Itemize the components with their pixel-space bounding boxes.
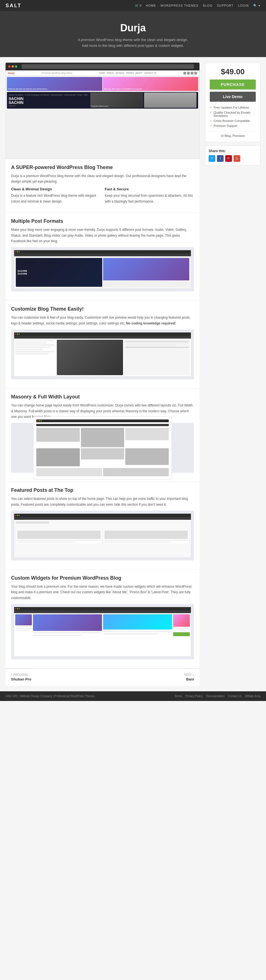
nav-blog[interactable]: BLOG — [203, 4, 212, 7]
browser-address-bar — [22, 64, 194, 69]
two-col-features: Clean & Minimal Design Durja is a featur… — [11, 187, 194, 207]
section-super-heading: A SUPER-powered WordPress Blog Theme — [11, 165, 194, 170]
nav-home[interactable]: HOME — [146, 4, 156, 7]
feature-3: Cross Browser Compatible — [210, 118, 256, 123]
prev-next-nav: « PREVIOUS Shuban Pro NEXT » Bani — [6, 668, 199, 686]
cart-icon[interactable]: 🛒 0 — [135, 4, 141, 8]
customize-preview — [11, 329, 194, 379]
preview-inner: Durja A Premium WordPress Blog Theme HOM… — [6, 71, 199, 159]
sp-dot-red — [15, 251, 16, 252]
preview-featured-row: 5 Fitness tips that can improve your per… — [7, 77, 198, 91]
section-featured: Featured Posts at The Top You can select… — [6, 482, 199, 570]
dot-yellow — [12, 65, 14, 68]
formats-img-1 — [103, 258, 190, 280]
masonry-browser-bar — [36, 420, 169, 422]
footer-left-text: GNU GPL | Website Design Company | Profe… — [6, 695, 95, 698]
nav-login[interactable]: LOGIN — [238, 4, 249, 7]
formats-preview-inner: SACHINSACHIN — [14, 250, 191, 289]
widgets-topbar — [14, 607, 191, 610]
sidebar: $49.00 Purchase Live Demo Free Updates F… — [205, 63, 260, 169]
feature-4: Premium Support — [210, 123, 256, 128]
top-navigation: SALT 🛒 0 HOME WORDPRESS THEMES BLOG SUPP… — [0, 0, 266, 11]
prev-post-link[interactable]: « PREVIOUS Shuban Pro — [11, 673, 31, 681]
widgets-body: Your blog should look a premium one. For… — [11, 584, 194, 601]
nav-wordpress-themes[interactable]: WORDPRESS THEMES — [161, 4, 198, 7]
formats-topbar — [14, 250, 191, 253]
customize-main-preview — [56, 339, 191, 376]
widget-img-a — [33, 614, 102, 631]
footer-terms[interactable]: Terms — [175, 695, 182, 698]
preview-img-2: New Year, New Ideas to accomplish your d… — [103, 77, 198, 91]
widgets-content — [14, 613, 191, 656]
sp-dot-yellow — [17, 251, 18, 252]
customize-heading: Customize Blog Theme Easily! — [11, 306, 194, 312]
google-share-button[interactable]: G — [234, 155, 240, 162]
prev-label: « PREVIOUS — [11, 673, 31, 676]
featured-body: You can select featured posts to show on… — [11, 496, 194, 508]
nav-search[interactable]: 🔍 ▾ — [253, 4, 260, 8]
masonry-layout-preview — [11, 423, 194, 473]
formats-text-1 — [103, 281, 190, 287]
site-footer: GNU GPL | Website Design Company | Profe… — [0, 691, 266, 701]
featured-preview-inner — [14, 514, 191, 558]
customize-body-1: You can customize look & feel of your bl… — [11, 315, 194, 326]
featured-content — [14, 520, 191, 557]
multiple-formats-heading: Multiple Post Formats — [11, 218, 194, 224]
customize-img-preview — [57, 340, 123, 375]
nav-support[interactable]: SUPPORT — [217, 4, 234, 7]
masonry-heading: Masonry & Full Width Layout — [11, 394, 194, 400]
browser-dots — [8, 65, 17, 68]
sp-dot-green — [19, 251, 20, 252]
feature-1: Free Updates For Lifetime — [210, 105, 256, 110]
site-logo: SALT — [6, 3, 22, 9]
next-post-link[interactable]: NEXT » Bani — [184, 673, 194, 681]
main-content: Durja A Premium WordPress Blog Theme HOM… — [0, 57, 266, 692]
preview-social-pinterest — [191, 72, 193, 75]
price-display: $49.00 — [210, 67, 256, 76]
preview-social-rss — [194, 72, 197, 75]
preview-social-facebook — [187, 72, 190, 75]
preview-img-3: 5 questions vitamine glosse.. — [90, 92, 143, 108]
customize-sidebar — [14, 339, 56, 376]
hero-section: Durja A premium WordPress blog theme wit… — [0, 11, 266, 57]
footer-privacy[interactable]: Privacy Policy — [185, 695, 202, 698]
widgets-heading: Custom Widgets for Premium WordPress Blo… — [11, 575, 194, 581]
footer-affiliate[interactable]: Affiliate Area — [245, 695, 260, 698]
share-title: Share this: — [209, 149, 257, 153]
content-area: Durja A Premium WordPress Blog Theme HOM… — [6, 63, 199, 686]
preview-social-icons — [183, 72, 197, 75]
preview-img-1: 5 Fitness tips that can improve your per… — [7, 77, 102, 91]
preview-social-twitter — [183, 72, 186, 75]
widgets-nav-bar — [14, 610, 191, 613]
masonry-grid-preview — [36, 428, 169, 466]
fast-secure-col: Fast & Secure Keep your blog secured fro… — [105, 187, 194, 207]
pinterest-share-button[interactable]: P — [225, 155, 232, 162]
multiple-formats-preview: SACHINSACHIN — [11, 247, 194, 291]
twitter-share-button[interactable]: T — [209, 155, 215, 162]
theme-preview-container: Durja A Premium WordPress Blog Theme HOM… — [6, 63, 199, 159]
footer-contact[interactable]: Contact Us — [228, 695, 242, 698]
facebook-share-button[interactable]: f — [217, 155, 224, 162]
next-label: NEXT » — [184, 673, 194, 676]
prev-title: Shuban Pro — [11, 677, 31, 681]
featured-images-row — [16, 525, 189, 528]
purchase-button[interactable]: Purchase — [210, 80, 256, 89]
tag-icon: 🏷 — [221, 134, 224, 137]
masonry-full-width-preview — [36, 468, 169, 476]
featured-posts-preview — [11, 511, 194, 560]
feature-2: Quality Checked by Envato Reviewers — [210, 110, 256, 118]
section-super-body: Durja is a premium WordPress blog theme … — [11, 173, 194, 185]
formats-nav-bar — [14, 253, 191, 256]
footer-documentation[interactable]: Documentation — [206, 695, 225, 698]
fast-secure-title: Fast & Secure — [105, 187, 194, 191]
live-demo-button[interactable]: Live Demo — [210, 92, 256, 102]
section-widgets: Custom Widgets for Premium WordPress Blo… — [6, 570, 199, 668]
nav-links: 🛒 0 HOME WORDPRESS THEMES BLOG SUPPORT L… — [135, 4, 260, 8]
widgets-preview-inner — [14, 607, 191, 657]
customize-topbar — [14, 332, 191, 336]
widget-left — [15, 614, 32, 655]
preview-logo: Durja — [8, 72, 14, 75]
section-masonry: Masonry & Full Width Layout You can chan… — [6, 388, 199, 482]
features-list: Free Updates For Lifetime Quality Checke… — [210, 105, 256, 128]
fast-secure-body: Keep your blog secured from spammers & a… — [105, 193, 194, 204]
